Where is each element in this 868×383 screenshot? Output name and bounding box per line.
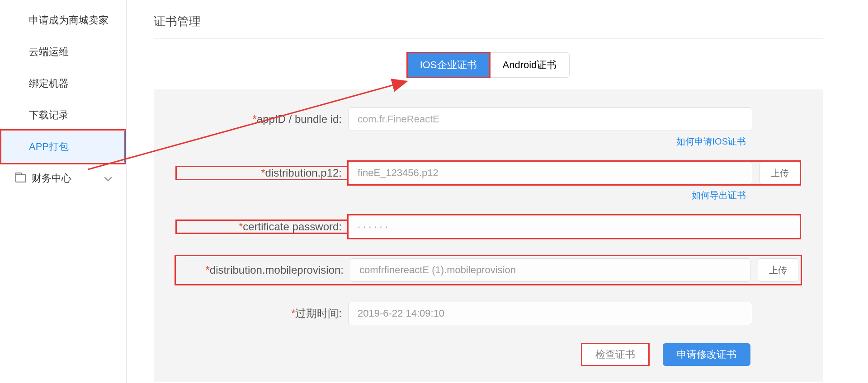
help-apply-ios-wrap: 如何申请IOS证书	[176, 135, 800, 148]
label-appid: *appID / bundle id:	[176, 113, 348, 126]
sidebar-item-apply-seller[interactable]: 申请成为商城卖家	[0, 5, 126, 36]
sidebar-item-finance[interactable]: 财务中心	[0, 163, 126, 194]
page-title: 证书管理	[154, 14, 823, 29]
chevron-down-icon	[104, 173, 112, 181]
input-p12[interactable]	[348, 161, 752, 185]
help-export-cert-wrap: 如何导出证书	[176, 189, 800, 201]
sidebar-item-bind-machine[interactable]: 绑定机器	[0, 68, 126, 99]
input-appid[interactable]	[348, 107, 752, 131]
form-panel: *appID / bundle id: 如何申请IOS证书 *distribut…	[154, 89, 823, 382]
apply-modify-cert-button[interactable]: 申请修改证书	[663, 343, 750, 366]
label-expire: *过期时间:	[176, 306, 348, 321]
upload-p12-button[interactable]: 上传	[760, 161, 800, 185]
form-actions: 检查证书 申请修改证书	[176, 343, 800, 366]
sidebar-item-label: 财务中心	[32, 172, 71, 185]
input-provision[interactable]	[350, 258, 750, 282]
tab-android[interactable]: Android证书	[490, 52, 570, 78]
input-expire[interactable]	[348, 302, 752, 325]
divider	[154, 38, 823, 39]
link-how-export-cert[interactable]: 如何导出证书	[692, 190, 746, 200]
upload-provision-button[interactable]: 上传	[758, 258, 798, 282]
label-cert-pw: *certificate password:	[176, 220, 348, 233]
input-cert-password[interactable]	[348, 215, 800, 238]
label-provision: *distribution.mobileprovision:	[178, 264, 350, 276]
check-cert-button[interactable]: 检查证书	[581, 343, 649, 366]
sidebar-item-app-pack[interactable]: APP打包	[0, 131, 126, 163]
sidebar-item-cloud-ops[interactable]: 云端运维	[0, 36, 126, 68]
sidebar: 申请成为商城卖家 云端运维 绑定机器 下载记录 APP打包 财务中心	[0, 0, 127, 383]
main-content: 证书管理 IOS企业证书 Android证书 *appID / bundle i…	[127, 0, 868, 383]
link-how-apply-ios[interactable]: 如何申请IOS证书	[676, 136, 746, 146]
cert-tabs: IOS企业证书 Android证书	[154, 52, 823, 78]
folder-icon	[15, 174, 26, 182]
label-p12: *distribution.p12:	[176, 167, 348, 179]
tab-ios[interactable]: IOS企业证书	[407, 52, 490, 78]
sidebar-item-download-history[interactable]: 下载记录	[0, 99, 126, 131]
